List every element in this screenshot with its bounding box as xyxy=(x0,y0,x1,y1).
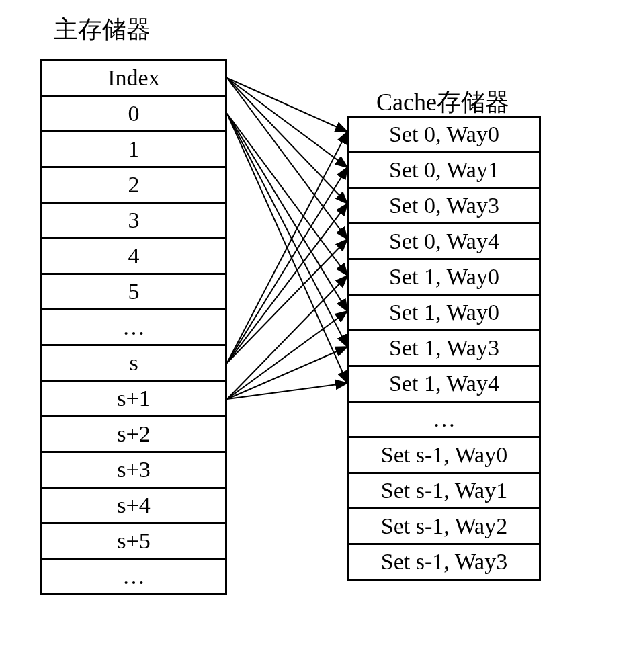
cache-cell: Set 0, Way3 xyxy=(349,189,539,224)
cache-table: Set 0, Way0 Set 0, Way1 Set 0, Way3 Set … xyxy=(347,116,541,581)
main-memory-cell: … xyxy=(42,310,225,346)
main-memory-table: Index 0 1 2 3 4 5 … s s+1 s+2 s+3 s+4 s+… xyxy=(40,59,227,595)
main-memory-cell: 4 xyxy=(42,239,225,275)
cache-cell: Set 1, Way0 xyxy=(349,296,539,331)
main-memory-cell: … xyxy=(42,560,225,595)
svg-line-7 xyxy=(227,204,347,363)
cache-cell: Set 1, Way0 xyxy=(349,260,539,296)
cache-cell: Set 0, Way4 xyxy=(349,224,539,260)
svg-line-3 xyxy=(227,78,347,204)
svg-line-12 xyxy=(227,114,347,383)
main-memory-cell: s+2 xyxy=(42,417,225,453)
svg-line-6 xyxy=(227,167,347,363)
svg-line-5 xyxy=(227,132,347,363)
svg-line-1 xyxy=(227,78,347,132)
svg-line-2 xyxy=(227,78,347,167)
svg-line-11 xyxy=(227,114,347,347)
cache-cell: … xyxy=(349,403,539,438)
main-memory-cell: Index xyxy=(42,61,225,97)
cache-cell: Set 1, Way3 xyxy=(349,331,539,367)
cache-cell: Set 0, Way0 xyxy=(349,118,539,153)
main-memory-cell: 1 xyxy=(42,132,225,168)
svg-line-13 xyxy=(227,276,347,399)
cache-cell: Set s-1, Way1 xyxy=(349,474,539,509)
svg-line-16 xyxy=(227,383,347,399)
main-memory-title: 主存储器 xyxy=(54,13,151,46)
svg-line-4 xyxy=(227,78,347,239)
cache-cell: Set s-1, Way3 xyxy=(349,545,539,581)
main-memory-cell: 2 xyxy=(42,168,225,204)
svg-line-8 xyxy=(227,239,347,363)
main-memory-cell: s+4 xyxy=(42,489,225,524)
cache-title: Cache存储器 xyxy=(376,86,509,119)
main-memory-cell: s xyxy=(42,346,225,382)
main-memory-cell: 0 xyxy=(42,97,225,132)
cache-cell: Set 0, Way1 xyxy=(349,153,539,189)
svg-line-9 xyxy=(227,114,347,276)
svg-line-10 xyxy=(227,114,347,311)
main-memory-cell: 5 xyxy=(42,275,225,310)
main-memory-cell: s+3 xyxy=(42,453,225,489)
cache-cell: Set 1, Way4 xyxy=(349,367,539,403)
svg-line-14 xyxy=(227,311,347,399)
main-memory-cell: s+1 xyxy=(42,382,225,417)
cache-cell: Set s-1, Way2 xyxy=(349,509,539,545)
cache-cell: Set s-1, Way0 xyxy=(349,438,539,474)
svg-line-15 xyxy=(227,347,347,399)
main-memory-cell: s+5 xyxy=(42,524,225,560)
main-memory-cell: 3 xyxy=(42,204,225,239)
